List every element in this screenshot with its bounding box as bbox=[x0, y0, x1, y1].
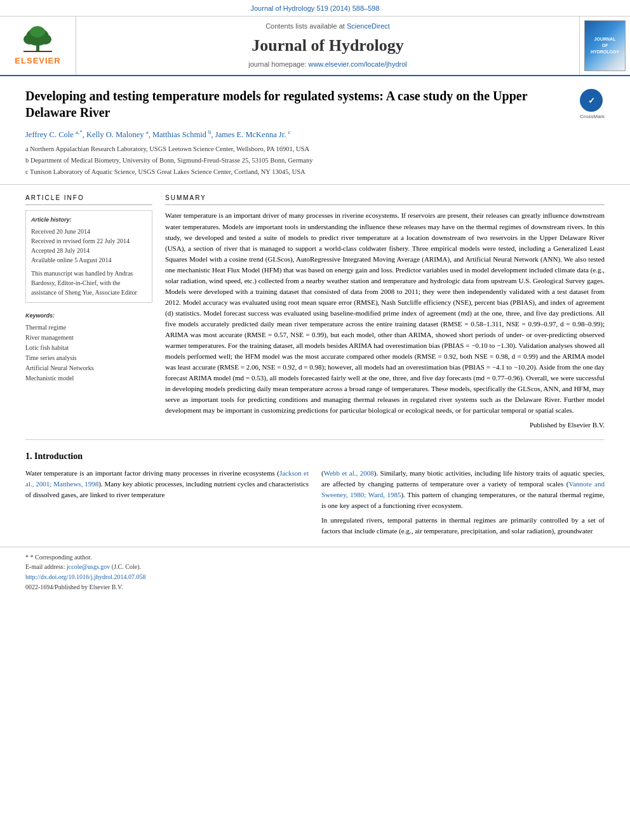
left-column: ARTICLE INFO Article history: Received 2… bbox=[25, 194, 152, 430]
intro-two-col: Water temperature is an important factor… bbox=[25, 468, 605, 540]
article-info-summary-area: ARTICLE INFO Article history: Received 2… bbox=[0, 185, 630, 439]
affiliation-c: c Tunison Laboratory of Aquatic Science,… bbox=[25, 167, 605, 177]
keyword-mechanistic: Mechanistic model bbox=[25, 373, 152, 383]
published-by: Published by Elsevier B.V. bbox=[165, 420, 605, 430]
ref-jackson[interactable]: Jackson et al., 2001; Matthews, 1998 bbox=[25, 469, 309, 488]
email-note: E-mail address: jccole@usgs.gov (J.C. Co… bbox=[25, 562, 605, 571]
affiliation-a: a Northern Appalachian Research Laborato… bbox=[25, 144, 605, 154]
email-link[interactable]: jccole@usgs.gov bbox=[67, 563, 110, 570]
article-title: Developing and testing temperature model… bbox=[25, 88, 605, 121]
affiliation-b: b Department of Medical Biometry, Univer… bbox=[25, 156, 605, 166]
keyword-time: Time series analysis bbox=[25, 353, 152, 363]
intro-title: 1. Introduction bbox=[25, 450, 605, 463]
elsevier-tree-icon bbox=[11, 24, 65, 53]
author-mckenna: James E. McKenna Jr. c bbox=[215, 130, 291, 139]
journal-thumbnail: JOURNAL OF HYDROLOGY bbox=[584, 20, 626, 71]
right-column: SUMMARY Water temperature is an importan… bbox=[165, 194, 605, 430]
intro-left-para: Water temperature is an important factor… bbox=[25, 468, 309, 500]
elsevier-wordmark: ELSEVIER bbox=[15, 55, 60, 67]
editor-note: This manuscript was handled by Andras Ba… bbox=[31, 269, 147, 297]
journal-title: Journal of Hydrology bbox=[251, 34, 403, 57]
svg-point-4 bbox=[30, 26, 45, 37]
keyword-river: River management bbox=[25, 333, 152, 343]
journal-citation-text: Journal of Hydrology 519 (2014) 588–598 bbox=[250, 4, 379, 12]
footnote-section: * * Corresponding author. E-mail address… bbox=[0, 547, 630, 597]
email-name: (J.C. Cole). bbox=[112, 563, 141, 570]
journal-citation-bar: Journal of Hydrology 519 (2014) 588–598 bbox=[0, 0, 630, 17]
intro-left-col: Water temperature is an important factor… bbox=[25, 468, 309, 540]
doi-line: http://dx.doi.org/10.1016/j.jhydrol.2014… bbox=[25, 571, 605, 582]
author-schmid: Matthias Schmid b bbox=[152, 130, 211, 139]
keywords-label: Keywords: bbox=[25, 312, 152, 320]
svg-text:✓: ✓ bbox=[588, 96, 595, 105]
sciencedirect-label: Contents lists available at ScienceDirec… bbox=[265, 22, 390, 31]
corresponding-author-note: * * Corresponding author. bbox=[25, 552, 605, 562]
crossmark-label: CrossMark bbox=[580, 113, 605, 120]
intro-right-para1: (Webb et al., 2008). Similarly, many bio… bbox=[321, 468, 605, 511]
issn-line: 0022-1694/Published by Elsevier B.V. bbox=[25, 582, 605, 592]
article-info-heading: ARTICLE INFO bbox=[25, 194, 152, 205]
homepage-url[interactable]: www.elsevier.com/locate/jhydrol bbox=[308, 60, 406, 68]
journal-header: ELSEVIER Contents lists available at Sci… bbox=[0, 17, 630, 76]
crossmark-icon: ✓ bbox=[584, 93, 599, 108]
authors-line: Jeffrey C. Cole a,*, Kelly O. Maloney a,… bbox=[25, 128, 605, 141]
keyword-thermal: Thermal regime bbox=[25, 323, 152, 333]
email-label: E-mail address: bbox=[25, 563, 65, 570]
intro-right-col: (Webb et al., 2008). Similarly, many bio… bbox=[321, 468, 605, 540]
sciencedirect-link[interactable]: ScienceDirect bbox=[347, 22, 390, 30]
ref-vannote[interactable]: Vannote and Sweeney, 1980; Ward, 1985 bbox=[321, 480, 605, 498]
doi-link[interactable]: http://dx.doi.org/10.1016/j.jhydrol.2014… bbox=[25, 573, 146, 580]
affiliations: a Northern Appalachian Research Laborato… bbox=[25, 144, 605, 177]
available-date: Available online 5 August 2014 bbox=[31, 255, 147, 265]
journal-homepage: journal homepage: www.elsevier.com/locat… bbox=[248, 60, 406, 69]
section-number: 1. bbox=[25, 451, 32, 461]
keyword-lotic: Lotic fish habitat bbox=[25, 343, 152, 353]
author-maloney: Kelly O. Maloney a bbox=[86, 130, 149, 139]
article-header: ✓ CrossMark Developing and testing tempe… bbox=[0, 76, 630, 185]
article-info-box: Article history: Received 20 June 2014 R… bbox=[25, 210, 152, 303]
svg-rect-5 bbox=[23, 51, 52, 52]
summary-paragraph: Water temperature is an important driver… bbox=[165, 210, 605, 416]
author-cole: Jeffrey C. Cole a,* bbox=[25, 130, 83, 139]
keyword-ann: Artificial Neural Networks bbox=[25, 363, 152, 373]
crossmark[interactable]: ✓ CrossMark bbox=[580, 89, 605, 120]
summary-text: Water temperature is an important driver… bbox=[165, 210, 605, 430]
keywords-section: Keywords: Thermal regime River managemen… bbox=[25, 312, 152, 383]
intro-right-para2: In unregulated rivers, temporal patterns… bbox=[321, 515, 605, 537]
summary-heading: SUMMARY bbox=[165, 194, 605, 205]
received-date: Received 20 June 2014 bbox=[31, 227, 147, 236]
journal-header-center: Contents lists available at ScienceDirec… bbox=[76, 17, 579, 74]
corresponding-author-label: * Corresponding author. bbox=[30, 554, 92, 561]
history-label: Article history: bbox=[31, 216, 147, 224]
ref-webb[interactable]: Webb et al., 2008 bbox=[324, 469, 374, 477]
publisher-logo-area: ELSEVIER bbox=[0, 17, 76, 74]
crossmark-badge: ✓ bbox=[580, 89, 603, 112]
revised-date: Received in revised form 22 July 2014 bbox=[31, 236, 147, 246]
introduction-section: 1. Introduction Water temperature is an … bbox=[0, 440, 630, 540]
accepted-date: Accepted 28 July 2014 bbox=[31, 246, 147, 255]
section-label: Introduction bbox=[34, 451, 83, 461]
journal-thumbnail-area: JOURNAL OF HYDROLOGY bbox=[579, 17, 630, 74]
footnote-star: * bbox=[25, 554, 30, 561]
